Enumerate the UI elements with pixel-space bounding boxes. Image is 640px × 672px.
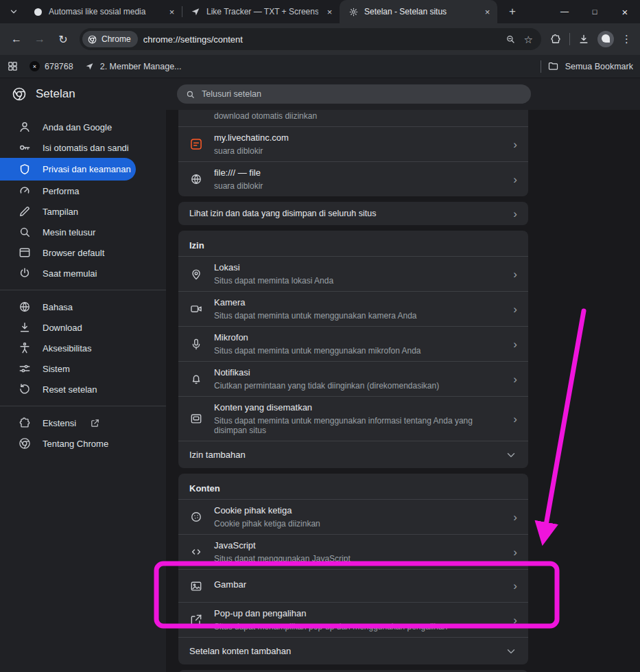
site-desc: suara diblokir: [214, 146, 502, 156]
settings-content: download otomatis diizinkan my.livechati…: [166, 110, 640, 672]
search-input[interactable]: [202, 89, 523, 99]
sidebar-item-label: Ekstensi: [43, 418, 76, 428]
profile-avatar[interactable]: [597, 31, 614, 47]
new-tab-button[interactable]: +: [503, 2, 522, 21]
settings-sidebar: Anda dan Google Isi otomatis dan sandi P…: [0, 110, 166, 672]
zoom-icon[interactable]: [505, 34, 516, 45]
image-icon: [189, 579, 203, 593]
additional-content-settings-expander[interactable]: Setelan konten tambahan: [178, 637, 528, 664]
content-row-javascript[interactable]: JavaScript Situs dapat menggunakan JavaS…: [178, 534, 528, 569]
key-icon: [18, 141, 32, 154]
sidebar-item-tentang-chrome[interactable]: Tentang Chrome: [0, 433, 166, 454]
reload-button[interactable]: ↻: [52, 28, 74, 50]
row-desc: Cookie pihak ketiga diizinkan: [214, 519, 502, 529]
row-title: Cookie pihak ketiga: [214, 505, 502, 516]
row-desc: Situs dapat meminta untuk menggunakan in…: [214, 416, 502, 435]
tab-search-button[interactable]: [5, 3, 23, 21]
close-tab-icon[interactable]: ×: [324, 6, 335, 18]
permission-row-lokasi[interactable]: Lokasi Situs dapat meminta lokasi Anda ›: [178, 256, 528, 291]
address-bar[interactable]: Chrome chrome://settings/content ☆: [80, 28, 541, 50]
search-icon: [18, 225, 32, 239]
sidebar-item-saat-memulai[interactable]: Saat memulai: [0, 263, 166, 283]
downloads-icon[interactable]: [578, 33, 590, 45]
settings-search[interactable]: [177, 84, 531, 104]
popup-redirect-icon: [189, 613, 203, 627]
sidebar-item-bahasa[interactable]: Bahasa: [0, 297, 166, 317]
sidebar-item-label: Bahasa: [43, 302, 73, 312]
row-title: Mikrofon: [214, 332, 502, 343]
sidebar-item-privasi-dan-keamanan[interactable]: Privasi dan keamanan: [0, 158, 136, 181]
sidebar-item-ekstensi[interactable]: Ekstensi: [0, 413, 166, 433]
sidebar-item-label: Privasi dan keamanan: [43, 164, 131, 174]
chevron-right-icon: ›: [513, 413, 517, 425]
microphone-icon: [189, 337, 203, 351]
permission-row-notifikasi[interactable]: Notifikasi Ciutkan permintaan yang tidak…: [178, 361, 528, 396]
close-tab-icon[interactable]: ×: [482, 6, 493, 18]
forward-button[interactable]: →: [29, 28, 51, 50]
tab-favicon: [32, 6, 43, 17]
translate-icon: [18, 300, 32, 314]
bookmark-favicon: ×: [29, 61, 40, 71]
menu-kebab-icon[interactable]: ⋮: [621, 33, 632, 45]
sidebar-item-performa[interactable]: Performa: [0, 181, 166, 201]
tab-setelan-situs[interactable]: Setelan - Setelan situs ×: [340, 0, 497, 23]
site-row-file[interactable]: file:/// — file suara diblokir ›: [178, 161, 528, 196]
minimize-button[interactable]: —: [549, 0, 580, 23]
browser-window-icon: [18, 246, 32, 259]
section-header-izin: Izin: [178, 231, 528, 256]
site-row-livechat[interactable]: my.livechatinc.com suara diblokir ›: [178, 126, 528, 161]
sidebar-item-label: Browser default: [43, 248, 104, 258]
sidebar-item-anda-dan-google[interactable]: Anda dan Google: [0, 117, 166, 137]
bookmark-item[interactable]: 2. Member Manage...: [84, 61, 182, 72]
apps-grid-icon[interactable]: [7, 60, 19, 72]
tab-automasi-like[interactable]: Automasi like sosial media ×: [24, 0, 182, 23]
bell-icon: [189, 372, 203, 386]
sidebar-item-reset-setelan[interactable]: Reset setelan: [0, 379, 166, 399]
close-tab-icon[interactable]: ×: [166, 6, 178, 18]
sidebar-item-mesin-telusur[interactable]: Mesin telusur: [0, 222, 166, 242]
bookmarks-bar: × 678768 2. Member Manage... Semua Bookm…: [0, 55, 640, 78]
row-desc: Situs dapat meminta untuk menggunakan ka…: [214, 311, 502, 321]
chevron-down-icon: [505, 645, 517, 658]
content-row-popup[interactable]: Pop-up dan pengalihan Situs dapat menamp…: [178, 602, 528, 637]
sidebar-item-label: Sistem: [43, 364, 70, 374]
bookmark-star-icon[interactable]: ☆: [524, 34, 533, 45]
site-title: my.livechatinc.com: [214, 132, 502, 143]
permission-row-mikrofon[interactable]: Mikrofon Situs dapat meminta untuk mengg…: [178, 326, 528, 361]
chevron-right-icon: ›: [513, 208, 517, 220]
chevron-right-icon: ›: [513, 580, 517, 592]
sidebar-item-download[interactable]: Download: [0, 317, 166, 338]
settings-header: Setelan: [0, 78, 640, 110]
view-all-permissions-row[interactable]: Lihat izin dan data yang disimpan di sel…: [178, 202, 528, 225]
chrome-url-chip[interactable]: Chrome: [82, 31, 138, 47]
section-header-konten: Konten: [178, 474, 528, 499]
sidebar-item-sistem[interactable]: Sistem: [0, 358, 166, 379]
external-link-icon: [90, 418, 100, 428]
sidebar-divider: [0, 406, 166, 406]
bookmark-item[interactable]: × 678768: [29, 61, 73, 71]
sidebar-item-tampilan[interactable]: Tampilan: [0, 201, 166, 222]
sidebar-divider: [0, 290, 166, 290]
row-title: JavaScript: [214, 540, 502, 551]
back-button[interactable]: ←: [5, 28, 27, 50]
shield-icon: [18, 163, 32, 176]
extensions-puzzle-icon[interactable]: [549, 33, 562, 45]
content-row-gambar[interactable]: Gambar ›: [178, 569, 528, 602]
permission-row-kamera[interactable]: Kamera Situs dapat meminta untuk menggun…: [178, 291, 528, 326]
sidebar-item-browser-default[interactable]: Browser default: [0, 242, 166, 263]
content-row-cookie[interactable]: Cookie pihak ketiga Cookie pihak ketiga …: [178, 499, 528, 534]
tab-like-tracker[interactable]: Like Tracker — TXT + Screensh ×: [182, 0, 340, 23]
sidebar-item-label: Saat memulai: [43, 268, 97, 279]
maximize-button[interactable]: □: [580, 0, 610, 23]
sidebar-item-aksesibilitas[interactable]: Aksesibilitas: [0, 338, 166, 358]
all-bookmarks-button[interactable]: Semua Bookmark: [565, 62, 633, 71]
camera-icon: [189, 302, 203, 316]
browser-toolbar: ← → ↻ Chrome chrome://settings/content ☆…: [0, 23, 640, 55]
close-window-button[interactable]: ×: [610, 0, 640, 23]
sidebar-item-isi-otomatis[interactable]: Isi otomatis dan sandi: [0, 137, 166, 158]
site-title: file:/// — file: [214, 167, 502, 178]
row-desc: Situs dapat menampilkan pop-up dan mengg…: [214, 622, 502, 632]
permission-row-konten-disematkan[interactable]: Konten yang disematkan Situs dapat memin…: [178, 396, 528, 441]
chip-label: Chrome: [102, 34, 131, 44]
additional-permissions-expander[interactable]: Izin tambahan: [178, 441, 528, 468]
